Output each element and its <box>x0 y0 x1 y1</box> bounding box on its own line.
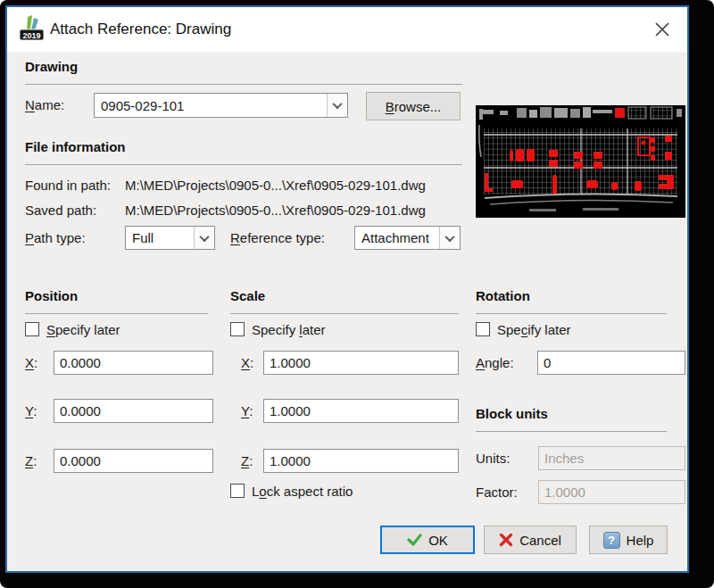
drawing-section-header: Drawing <box>25 59 78 74</box>
position-specify-later-label: Specify later <box>46 322 120 337</box>
factor-field <box>538 480 685 504</box>
reference-type-label: Reference type: <box>230 226 325 250</box>
position-z-label: Z: <box>25 449 37 473</box>
scale-z-label: Z: <box>241 449 253 473</box>
question-icon: ? <box>603 532 620 549</box>
reference-type-value: Attachment <box>355 230 439 245</box>
drawing-section-rule <box>25 84 462 85</box>
rotation-specify-later-checkbox[interactable] <box>476 322 490 336</box>
units-label: Units: <box>476 446 510 470</box>
block-units-section-rule <box>476 431 667 432</box>
rotation-specify-later-row: Specify later <box>476 321 571 337</box>
scale-section-header: Scale <box>230 288 265 303</box>
scale-specify-later-row: Specify later <box>230 321 326 337</box>
position-section-rule <box>25 313 208 314</box>
factor-label: Factor: <box>476 480 518 504</box>
ok-button[interactable]: OK <box>380 526 475 554</box>
scale-x-input[interactable] <box>263 351 459 375</box>
reference-type-combobox[interactable]: Attachment <box>354 226 461 250</box>
position-x-label: X: <box>25 351 37 375</box>
check-icon <box>407 534 422 546</box>
rotation-section-rule <box>476 313 667 314</box>
help-button-label: Help <box>627 533 654 548</box>
cancel-button-label: Cancel <box>519 533 561 548</box>
position-y-input[interactable] <box>54 399 213 423</box>
attach-reference-dialog: 2019 Attach Reference: Drawing Drawing N… <box>5 5 689 573</box>
chevron-down-icon[interactable] <box>194 227 214 249</box>
angle-label: Angle: <box>476 351 514 375</box>
rotation-specify-later-label: Specify later <box>497 322 571 337</box>
path-type-value: Full <box>126 230 194 245</box>
path-type-label: Path type: <box>25 226 86 250</box>
found-in-path-value: M:\MED\Projects\0905-0...\Xref\0905-029-… <box>125 176 426 195</box>
scale-specify-later-label: Specify later <box>252 322 326 337</box>
screen-background: 2019 Attach Reference: Drawing Drawing N… <box>0 0 714 588</box>
angle-input[interactable] <box>537 351 685 375</box>
units-field <box>538 446 685 470</box>
chevron-down-icon[interactable] <box>439 227 460 249</box>
x-icon <box>499 533 513 547</box>
lock-aspect-ratio-row: Lock aspect ratio <box>230 483 353 499</box>
rotation-section-header: Rotation <box>476 288 530 303</box>
scale-x-label: X: <box>241 351 253 375</box>
scale-z-input[interactable] <box>263 449 459 473</box>
position-z-input[interactable] <box>54 449 213 473</box>
lock-aspect-ratio-checkbox[interactable] <box>230 484 245 498</box>
position-specify-later-checkbox[interactable] <box>25 322 39 336</box>
svg-text:2019: 2019 <box>22 31 40 40</box>
app-icon: 2019 <box>19 15 46 44</box>
browse-button[interactable]: Browse... <box>366 92 461 120</box>
name-combobox-value: 0905-029-101 <box>95 98 327 113</box>
name-combobox[interactable]: 0905-029-101 <box>94 93 348 118</box>
help-button[interactable]: ? Help <box>589 526 668 554</box>
saved-path-value: M:\MED\Projects\0905-0...\Xref\0905-029-… <box>125 201 426 220</box>
position-y-label: Y: <box>25 399 37 423</box>
scale-y-label: Y: <box>241 399 253 423</box>
scale-section-rule <box>230 313 459 314</box>
scale-specify-later-checkbox[interactable] <box>230 322 245 336</box>
file-info-section-rule <box>25 164 462 165</box>
found-in-path-label: Found in path: <box>25 176 111 195</box>
position-specify-later-row: Specify later <box>25 321 120 337</box>
position-section-header: Position <box>25 288 78 303</box>
ok-button-label: OK <box>428 533 448 548</box>
path-type-combobox[interactable]: Full <box>125 226 215 250</box>
chevron-down-icon[interactable] <box>327 94 347 117</box>
name-label: Name: <box>25 93 64 117</box>
position-x-input[interactable] <box>54 351 213 375</box>
title-bar[interactable]: 2019 Attach Reference: Drawing <box>7 7 687 52</box>
block-units-section-header: Block units <box>476 406 548 421</box>
saved-path-label: Saved path: <box>25 201 96 220</box>
window-title: Attach Reference: Drawing <box>50 7 231 52</box>
close-icon[interactable] <box>652 19 673 40</box>
lock-aspect-ratio-label: Lock aspect ratio <box>252 484 353 499</box>
file-info-section-header: File information <box>25 139 126 154</box>
cancel-button[interactable]: Cancel <box>484 526 577 554</box>
browse-button-label: Browse... <box>386 99 442 114</box>
drawing-preview-image <box>476 105 685 218</box>
scale-y-input[interactable] <box>263 399 459 423</box>
